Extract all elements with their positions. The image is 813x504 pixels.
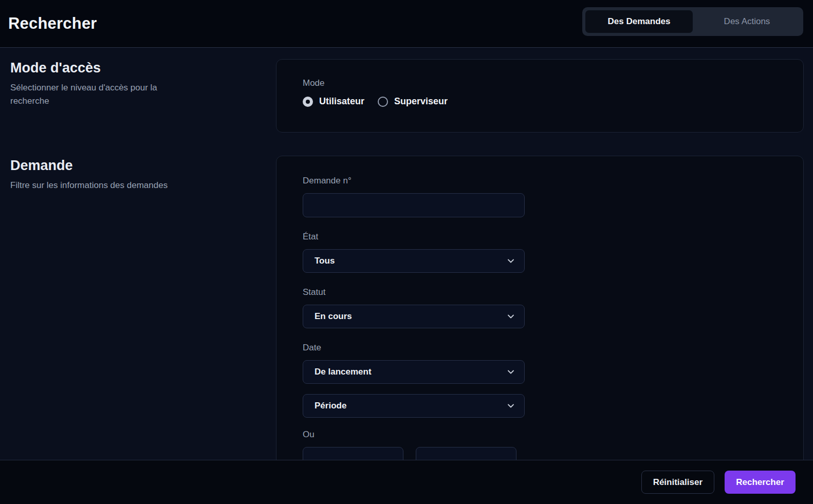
- search-button[interactable]: Rechercher: [725, 471, 796, 494]
- tab-des-actions-label: Des Actions: [724, 16, 770, 27]
- radio-utilisateur[interactable]: Utilisateur: [303, 96, 364, 107]
- main-content: Mode d'accès Sélectionner le niveau d'ac…: [0, 48, 813, 460]
- etat-label: État: [303, 232, 777, 242]
- mode-radio-group: Utilisateur Superviseur: [303, 96, 777, 107]
- date-range-row: [303, 447, 777, 460]
- page-title: Rechercher: [8, 14, 97, 33]
- radio-unselected-icon: [378, 97, 388, 107]
- tab-des-actions[interactable]: Des Actions: [693, 10, 801, 33]
- chevron-down-icon: [507, 257, 515, 265]
- statut-select[interactable]: En cours: [303, 305, 525, 328]
- chevron-down-icon: [507, 368, 515, 376]
- search-type-tabs: Des Demandes Des Actions: [582, 7, 803, 36]
- date-label: Date: [303, 343, 777, 353]
- chevron-down-icon: [507, 312, 515, 321]
- tab-des-demandes[interactable]: Des Demandes: [585, 10, 693, 33]
- date-type-select[interactable]: De lancement: [303, 360, 525, 384]
- date-type-select-value: De lancement: [315, 367, 372, 377]
- access-section-description: Sélectionner le niveau d'accès pour la r…: [10, 81, 185, 107]
- demande-no-label: Demande n°: [303, 176, 777, 186]
- top-bar: Rechercher Des Demandes Des Actions: [0, 0, 813, 48]
- periode-select-value: Période: [315, 401, 346, 411]
- periode-select[interactable]: Période: [303, 394, 525, 418]
- demande-section-description: Filtre sur les informations des demandes: [10, 179, 185, 192]
- date-from-input[interactable]: [303, 447, 403, 460]
- tab-des-demandes-label: Des Demandes: [608, 16, 671, 27]
- radio-superviseur[interactable]: Superviseur: [378, 96, 448, 107]
- date-to-input[interactable]: [416, 447, 516, 460]
- demande-filter-card: Demande n° État Tous Statut En cours Dat…: [276, 156, 804, 460]
- demande-no-input[interactable]: [303, 193, 525, 217]
- radio-utilisateur-label: Utilisateur: [319, 96, 364, 107]
- chevron-down-icon: [507, 402, 515, 410]
- access-section-header: Mode d'accès Sélectionner le niveau d'ac…: [10, 60, 257, 107]
- etat-select[interactable]: Tous: [303, 249, 525, 273]
- demande-section-title: Demande: [10, 158, 257, 174]
- reset-button[interactable]: Réinitialiser: [641, 471, 714, 494]
- ou-label: Ou: [303, 430, 777, 440]
- access-section-title: Mode d'accès: [10, 60, 257, 76]
- statut-select-value: En cours: [315, 311, 352, 322]
- statut-label: Statut: [303, 287, 777, 297]
- radio-superviseur-label: Superviseur: [394, 96, 448, 107]
- action-bar: Réinitialiser Rechercher: [0, 460, 813, 504]
- mode-label: Mode: [303, 78, 777, 88]
- demande-section-header: Demande Filtre sur les informations des …: [10, 158, 257, 192]
- mode-card: Mode Utilisateur Superviseur: [276, 59, 804, 133]
- etat-select-value: Tous: [315, 256, 335, 266]
- radio-selected-icon: [303, 97, 313, 107]
